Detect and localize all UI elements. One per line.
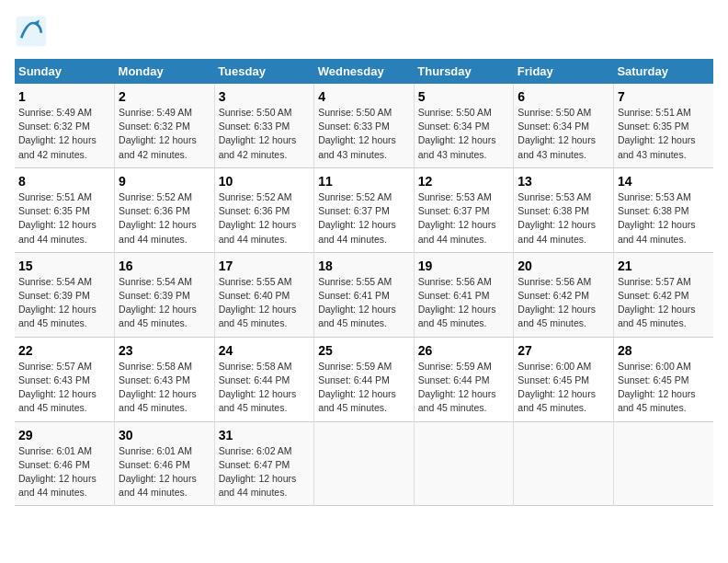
day-cell: 5 Sunrise: 5:50 AMSunset: 6:34 PMDayligh… xyxy=(414,84,514,167)
header-thursday: Thursday xyxy=(414,59,514,84)
day-cell: 18 Sunrise: 5:55 AMSunset: 6:41 PMDaylig… xyxy=(314,252,415,337)
day-cell: 17 Sunrise: 5:55 AMSunset: 6:40 PMDaylig… xyxy=(214,252,314,337)
day-cell: 25 Sunrise: 5:59 AMSunset: 6:44 PMDaylig… xyxy=(314,337,415,421)
day-number: 28 xyxy=(618,343,710,358)
day-number: 31 xyxy=(219,428,311,442)
day-info: Sunrise: 5:59 AMSunset: 6:44 PMDaylight:… xyxy=(418,361,496,414)
day-cell: 20 Sunrise: 5:56 AMSunset: 6:42 PMDaylig… xyxy=(514,252,614,337)
day-cell: 26 Sunrise: 5:59 AMSunset: 6:44 PMDaylig… xyxy=(414,337,514,421)
day-info: Sunrise: 6:02 AMSunset: 6:47 PMDaylight:… xyxy=(219,445,297,499)
day-info: Sunrise: 5:50 AMSunset: 6:33 PMDaylight:… xyxy=(318,107,396,160)
day-number: 24 xyxy=(219,343,311,358)
day-cell xyxy=(613,421,713,506)
day-cell: 19 Sunrise: 5:56 AMSunset: 6:41 PMDaylig… xyxy=(414,252,514,337)
day-cell: 15 Sunrise: 5:54 AMSunset: 6:39 PMDaylig… xyxy=(15,252,115,337)
day-cell: 9 Sunrise: 5:52 AMSunset: 6:36 PMDayligh… xyxy=(115,167,215,252)
day-cell: 11 Sunrise: 5:52 AMSunset: 6:37 PMDaylig… xyxy=(314,167,415,252)
day-number: 6 xyxy=(518,89,609,104)
week-row-4: 22 Sunrise: 5:57 AMSunset: 6:43 PMDaylig… xyxy=(15,337,713,421)
day-cell: 2 Sunrise: 5:49 AMSunset: 6:32 PMDayligh… xyxy=(115,84,215,167)
header-wednesday: Wednesday xyxy=(314,59,415,84)
day-number: 18 xyxy=(318,259,410,273)
day-info: Sunrise: 5:58 AMSunset: 6:44 PMDaylight:… xyxy=(219,361,297,414)
day-cell: 14 Sunrise: 5:53 AMSunset: 6:38 PMDaylig… xyxy=(613,167,713,252)
day-number: 15 xyxy=(18,259,110,273)
day-number: 11 xyxy=(318,174,410,189)
day-info: Sunrise: 5:49 AMSunset: 6:32 PMDaylight:… xyxy=(119,107,197,160)
day-info: Sunrise: 5:58 AMSunset: 6:43 PMDaylight:… xyxy=(119,361,197,414)
day-number: 25 xyxy=(318,343,410,358)
day-info: Sunrise: 5:56 AMSunset: 6:42 PMDaylight:… xyxy=(518,276,596,329)
day-number: 3 xyxy=(219,89,311,104)
week-row-1: 1 Sunrise: 5:49 AMSunset: 6:32 PMDayligh… xyxy=(15,84,713,167)
day-cell: 27 Sunrise: 6:00 AMSunset: 6:45 PMDaylig… xyxy=(514,337,614,421)
day-info: Sunrise: 5:56 AMSunset: 6:41 PMDaylight:… xyxy=(418,276,496,329)
day-info: Sunrise: 5:54 AMSunset: 6:39 PMDaylight:… xyxy=(18,276,97,329)
day-cell xyxy=(414,421,514,506)
day-cell: 31 Sunrise: 6:02 AMSunset: 6:47 PMDaylig… xyxy=(214,421,314,506)
header-tuesday: Tuesday xyxy=(214,59,314,84)
day-number: 2 xyxy=(119,89,210,104)
calendar-table: SundayMondayTuesdayWednesdayThursdayFrid… xyxy=(15,59,713,506)
header-friday: Friday xyxy=(514,59,614,84)
day-number: 26 xyxy=(418,343,510,358)
day-info: Sunrise: 5:57 AMSunset: 6:43 PMDaylight:… xyxy=(18,361,97,414)
day-number: 20 xyxy=(518,259,609,273)
day-info: Sunrise: 5:52 AMSunset: 6:36 PMDaylight:… xyxy=(119,191,197,245)
day-number: 9 xyxy=(119,174,210,189)
day-number: 21 xyxy=(618,259,710,273)
calendar-body: 1 Sunrise: 5:49 AMSunset: 6:32 PMDayligh… xyxy=(15,84,713,506)
day-info: Sunrise: 5:50 AMSunset: 6:33 PMDaylight:… xyxy=(219,107,297,160)
day-info: Sunrise: 5:51 AMSunset: 6:35 PMDaylight:… xyxy=(618,107,696,160)
day-info: Sunrise: 5:54 AMSunset: 6:39 PMDaylight:… xyxy=(119,276,197,329)
day-info: Sunrise: 5:55 AMSunset: 6:40 PMDaylight:… xyxy=(219,276,297,329)
logo-icon xyxy=(15,15,48,48)
day-info: Sunrise: 5:53 AMSunset: 6:38 PMDaylight:… xyxy=(518,191,596,245)
day-info: Sunrise: 5:49 AMSunset: 6:32 PMDaylight:… xyxy=(18,107,97,160)
day-number: 30 xyxy=(119,428,210,442)
calendar-header: SundayMondayTuesdayWednesdayThursdayFrid… xyxy=(15,59,713,84)
day-info: Sunrise: 5:51 AMSunset: 6:35 PMDaylight:… xyxy=(18,191,97,245)
header-sunday: Sunday xyxy=(15,59,115,84)
day-cell: 28 Sunrise: 6:00 AMSunset: 6:45 PMDaylig… xyxy=(613,337,713,421)
day-info: Sunrise: 5:50 AMSunset: 6:34 PMDaylight:… xyxy=(418,107,496,160)
day-number: 10 xyxy=(219,174,311,189)
day-cell: 10 Sunrise: 5:52 AMSunset: 6:36 PMDaylig… xyxy=(214,167,314,252)
day-info: Sunrise: 5:59 AMSunset: 6:44 PMDaylight:… xyxy=(318,361,396,414)
page-header xyxy=(15,15,713,48)
day-info: Sunrise: 5:53 AMSunset: 6:37 PMDaylight:… xyxy=(418,191,496,245)
day-number: 19 xyxy=(418,259,510,273)
week-row-5: 29 Sunrise: 6:01 AMSunset: 6:46 PMDaylig… xyxy=(15,421,713,506)
day-number: 7 xyxy=(618,89,710,104)
day-cell: 8 Sunrise: 5:51 AMSunset: 6:35 PMDayligh… xyxy=(15,167,115,252)
day-cell: 3 Sunrise: 5:50 AMSunset: 6:33 PMDayligh… xyxy=(214,84,314,167)
day-cell: 30 Sunrise: 6:01 AMSunset: 6:46 PMDaylig… xyxy=(115,421,215,506)
day-info: Sunrise: 5:52 AMSunset: 6:36 PMDaylight:… xyxy=(219,191,297,245)
day-info: Sunrise: 5:52 AMSunset: 6:37 PMDaylight:… xyxy=(318,191,396,245)
day-info: Sunrise: 6:00 AMSunset: 6:45 PMDaylight:… xyxy=(618,361,696,414)
day-cell: 24 Sunrise: 5:58 AMSunset: 6:44 PMDaylig… xyxy=(214,337,314,421)
day-number: 1 xyxy=(18,89,110,104)
day-info: Sunrise: 6:01 AMSunset: 6:46 PMDaylight:… xyxy=(119,445,197,499)
day-number: 23 xyxy=(119,343,210,358)
day-cell: 7 Sunrise: 5:51 AMSunset: 6:35 PMDayligh… xyxy=(613,84,713,167)
day-cell: 13 Sunrise: 5:53 AMSunset: 6:38 PMDaylig… xyxy=(514,167,614,252)
day-number: 27 xyxy=(518,343,609,358)
week-row-2: 8 Sunrise: 5:51 AMSunset: 6:35 PMDayligh… xyxy=(15,167,713,252)
logo xyxy=(15,15,53,48)
day-cell xyxy=(514,421,614,506)
day-cell: 12 Sunrise: 5:53 AMSunset: 6:37 PMDaylig… xyxy=(414,167,514,252)
day-cell: 29 Sunrise: 6:01 AMSunset: 6:46 PMDaylig… xyxy=(15,421,115,506)
header-saturday: Saturday xyxy=(613,59,713,84)
day-info: Sunrise: 6:01 AMSunset: 6:46 PMDaylight:… xyxy=(18,445,97,499)
day-cell: 4 Sunrise: 5:50 AMSunset: 6:33 PMDayligh… xyxy=(314,84,415,167)
day-number: 4 xyxy=(318,89,410,104)
day-info: Sunrise: 5:55 AMSunset: 6:41 PMDaylight:… xyxy=(318,276,396,329)
day-number: 17 xyxy=(219,259,311,273)
day-number: 14 xyxy=(618,174,710,189)
day-info: Sunrise: 5:57 AMSunset: 6:42 PMDaylight:… xyxy=(618,276,696,329)
day-cell: 1 Sunrise: 5:49 AMSunset: 6:32 PMDayligh… xyxy=(15,84,115,167)
week-row-3: 15 Sunrise: 5:54 AMSunset: 6:39 PMDaylig… xyxy=(15,252,713,337)
day-number: 16 xyxy=(119,259,210,273)
day-number: 13 xyxy=(518,174,609,189)
